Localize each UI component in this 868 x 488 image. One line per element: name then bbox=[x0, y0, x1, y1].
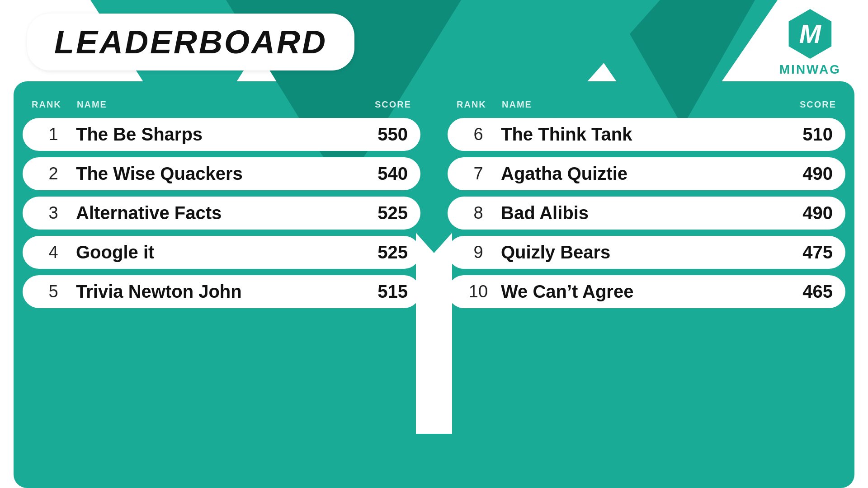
table-row: 10 We Can’t Agree 465 bbox=[448, 275, 845, 308]
right-name-header: NAME bbox=[502, 99, 782, 110]
score-value: 490 bbox=[783, 203, 833, 223]
rank-value: 4 bbox=[35, 243, 71, 262]
logo-container: M MINWAG bbox=[779, 9, 841, 77]
left-panel-header: RANK NAME SCORE bbox=[23, 99, 420, 110]
title-container: LEADERBOARD bbox=[27, 14, 354, 70]
team-name: The Be Sharps bbox=[71, 124, 358, 145]
left-score-header: SCORE bbox=[357, 99, 411, 110]
table-row: 2 The Wise Quackers 540 bbox=[23, 157, 420, 190]
rank-value: 7 bbox=[460, 164, 496, 183]
right-score-header: SCORE bbox=[782, 99, 836, 110]
rank-value: 10 bbox=[460, 282, 496, 301]
page-title: LEADERBOARD bbox=[54, 24, 327, 60]
right-panel-header: RANK NAME SCORE bbox=[448, 99, 845, 110]
team-name: Alternative Facts bbox=[71, 203, 358, 223]
score-value: 465 bbox=[783, 282, 833, 302]
left-panel: RANK NAME SCORE 1 The Be Sharps 550 2 Th… bbox=[23, 99, 420, 314]
team-name: The Wise Quackers bbox=[71, 164, 358, 184]
rank-value: 9 bbox=[460, 243, 496, 262]
table-row: 8 Bad Alibis 490 bbox=[448, 197, 845, 230]
left-name-header: NAME bbox=[77, 99, 357, 110]
team-name: The Think Tank bbox=[496, 124, 783, 145]
right-rank-header: RANK bbox=[457, 99, 502, 110]
team-name: Quizly Bears bbox=[496, 242, 783, 263]
team-name: We Can’t Agree bbox=[496, 282, 783, 302]
panels-container: RANK NAME SCORE 1 The Be Sharps 550 2 Th… bbox=[23, 99, 845, 314]
table-row: 6 The Think Tank 510 bbox=[448, 118, 845, 151]
table-row: 4 Google it 525 bbox=[23, 236, 420, 269]
team-name: Agatha Quiztie bbox=[496, 164, 783, 184]
score-value: 490 bbox=[783, 164, 833, 184]
rank-value: 6 bbox=[460, 125, 496, 144]
team-name: Trivia Newton John bbox=[71, 282, 358, 302]
rank-value: 1 bbox=[35, 125, 71, 144]
table-row: 5 Trivia Newton John 515 bbox=[23, 275, 420, 308]
team-name: Bad Alibis bbox=[496, 203, 783, 223]
score-value: 525 bbox=[358, 242, 408, 263]
score-value: 510 bbox=[783, 124, 833, 145]
table-row: 1 The Be Sharps 550 bbox=[23, 118, 420, 151]
rank-value: 3 bbox=[35, 203, 71, 223]
table-row: 3 Alternative Facts 525 bbox=[23, 197, 420, 230]
logo-name: MINWAG bbox=[779, 62, 841, 77]
score-value: 515 bbox=[358, 282, 408, 302]
rank-value: 2 bbox=[35, 164, 71, 183]
logo-symbol: M bbox=[799, 21, 821, 47]
score-value: 540 bbox=[358, 164, 408, 184]
rank-value: 5 bbox=[35, 282, 71, 301]
logo-hexagon: M bbox=[785, 9, 835, 59]
table-row: 7 Agatha Quiztie 490 bbox=[448, 157, 845, 190]
right-panel: RANK NAME SCORE 6 The Think Tank 510 7 A… bbox=[448, 99, 845, 314]
rank-value: 8 bbox=[460, 203, 496, 223]
score-value: 525 bbox=[358, 203, 408, 223]
score-value: 475 bbox=[783, 242, 833, 263]
score-value: 550 bbox=[358, 124, 408, 145]
table-row: 9 Quizly Bears 475 bbox=[448, 236, 845, 269]
team-name: Google it bbox=[71, 242, 358, 263]
left-rank-header: RANK bbox=[32, 99, 77, 110]
main-content: LEADERBOARD M MINWAG RANK NAME SCORE 1 T… bbox=[0, 0, 868, 488]
